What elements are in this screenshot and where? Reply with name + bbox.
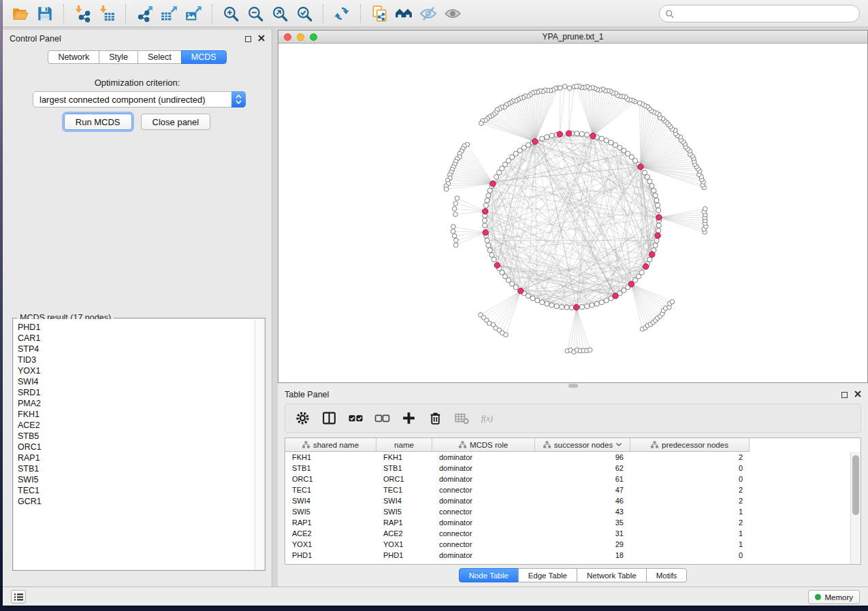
table-row[interactable]: FKH1FKH1dominator962	[285, 452, 861, 463]
search-input[interactable]	[674, 7, 859, 20]
splitter-grip[interactable]	[568, 384, 578, 388]
table-row[interactable]: SWI5SWI5connector431	[285, 506, 861, 517]
tab-motifs[interactable]: Motifs	[646, 568, 688, 582]
network-node[interactable]	[451, 229, 455, 234]
network-node[interactable]	[549, 303, 554, 308]
network-node[interactable]	[656, 203, 660, 208]
network-node[interactable]	[513, 285, 518, 290]
network-node[interactable]	[486, 243, 491, 248]
mcds-node[interactable]	[483, 208, 488, 214]
tab-network-table[interactable]: Network Table	[577, 568, 647, 582]
mcds-node[interactable]	[494, 263, 500, 268]
refresh-layout-button[interactable]	[329, 3, 354, 24]
network-node[interactable]	[452, 233, 457, 238]
network-node[interactable]	[482, 218, 487, 222]
network-node[interactable]	[579, 305, 584, 310]
table-row[interactable]: RAP1RAP1dominator352	[285, 517, 861, 528]
network-node[interactable]	[613, 143, 617, 148]
network-node[interactable]	[558, 86, 563, 90]
close-window-icon[interactable]	[284, 33, 291, 41]
network-node[interactable]	[588, 348, 592, 352]
network-node[interactable]	[487, 248, 492, 252]
tab-style[interactable]: Style	[99, 50, 138, 64]
run-mcds-button[interactable]: Run MCDS	[64, 114, 132, 130]
network-node[interactable]	[647, 257, 652, 262]
network-node[interactable]	[454, 238, 459, 243]
mcds-result-item[interactable]: CAR1	[18, 333, 255, 344]
duplicate-network-button[interactable]	[367, 3, 391, 24]
network-node[interactable]	[575, 84, 579, 89]
close-panel-button[interactable]: Close panel	[141, 114, 211, 130]
save-session-button[interactable]	[33, 3, 57, 24]
table-row[interactable]: YOX1YOX1connector291	[285, 539, 861, 550]
memory-button[interactable]: Memory	[808, 590, 860, 604]
network-node[interactable]	[540, 300, 545, 305]
mcds-node[interactable]	[532, 139, 538, 144]
mcds-node[interactable]	[643, 264, 648, 269]
column-header-name[interactable]: name	[376, 438, 432, 452]
network-node[interactable]	[653, 193, 658, 198]
mcds-node[interactable]	[613, 293, 618, 299]
mcds-result-item[interactable]: PHD1	[18, 322, 255, 333]
network-node[interactable]	[489, 252, 494, 257]
mcds-result-item[interactable]: STB1	[18, 463, 255, 474]
zoom-selected-button[interactable]	[292, 3, 317, 24]
close-panel-icon[interactable]	[854, 390, 861, 399]
import-table-button[interactable]	[95, 3, 119, 24]
mcds-result-item[interactable]: RAP1	[18, 452, 255, 463]
zoom-fit-button[interactable]	[268, 3, 292, 24]
network-node[interactable]	[453, 243, 458, 248]
network-node[interactable]	[642, 170, 647, 175]
tab-node-table[interactable]: Node Table	[459, 568, 519, 582]
network-node[interactable]	[483, 203, 488, 208]
network-node[interactable]	[540, 136, 545, 141]
mcds-node[interactable]	[655, 233, 660, 238]
mcds-result-item[interactable]: STP4	[18, 344, 255, 354]
minimize-window-icon[interactable]	[297, 33, 304, 41]
network-node[interactable]	[604, 138, 609, 143]
network-node[interactable]	[562, 84, 567, 89]
mcds-result-item[interactable]: ORC1	[18, 442, 255, 452]
network-node[interactable]	[637, 101, 642, 105]
mcds-result-item[interactable]: ACE2	[18, 420, 255, 431]
column-header-successor-nodes[interactable]: successor nodes	[535, 438, 630, 452]
show-columns-button[interactable]	[321, 410, 337, 426]
tab-edge-table[interactable]: Edge Table	[518, 568, 577, 582]
mcds-result-item[interactable]: GCR1	[18, 496, 255, 507]
table-settings-button[interactable]	[295, 410, 310, 426]
network-node[interactable]	[585, 304, 590, 309]
network-node[interactable]	[554, 304, 559, 309]
function-builder-button[interactable]: f(x)	[481, 410, 496, 426]
show-tasks-button[interactable]	[11, 590, 26, 604]
mcds-result-item[interactable]: TID3	[18, 354, 255, 365]
network-node[interactable]	[656, 228, 661, 233]
column-header-shared-name[interactable]: shared name	[285, 438, 376, 452]
mcds-result-item[interactable]: SRD1	[18, 387, 255, 398]
network-node[interactable]	[526, 293, 530, 298]
float-panel-icon[interactable]	[841, 392, 848, 398]
network-node[interactable]	[599, 136, 604, 141]
mcds-list-scrollbar[interactable]	[255, 319, 264, 569]
network-node[interactable]	[647, 179, 652, 184]
table-row[interactable]: STB1STB1dominator620	[285, 463, 861, 474]
network-node[interactable]	[486, 193, 491, 198]
network-node[interactable]	[494, 174, 499, 179]
mcds-node[interactable]	[590, 133, 596, 139]
network-node[interactable]	[585, 132, 590, 137]
network-node[interactable]	[579, 131, 584, 136]
column-header-MCDS-role[interactable]: MCDS role	[432, 438, 535, 452]
network-node[interactable]	[703, 207, 707, 212]
table-row[interactable]: ACE2ACE2connector311	[285, 528, 861, 539]
mcds-result-item[interactable]: STB5	[18, 431, 255, 442]
mcds-node[interactable]	[557, 131, 562, 137]
network-node[interactable]	[444, 187, 449, 192]
tab-mcds[interactable]: MCDS	[181, 50, 227, 64]
network-node[interactable]	[530, 296, 535, 301]
table-scrollbar[interactable]	[850, 452, 861, 564]
network-node[interactable]	[670, 299, 675, 304]
network-node[interactable]	[453, 201, 458, 206]
network-node[interactable]	[599, 300, 604, 305]
network-node[interactable]	[564, 305, 569, 310]
table-row[interactable]: TEC1TEC1connector472	[285, 484, 861, 495]
network-graph[interactable]	[278, 44, 868, 383]
